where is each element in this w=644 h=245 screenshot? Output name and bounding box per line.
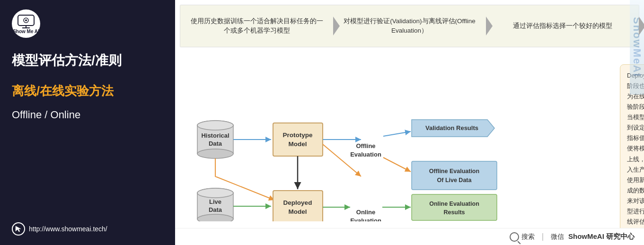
svg-text:Of Live Data: Of Live Data	[437, 177, 472, 184]
svg-text:Offline: Offline	[356, 142, 375, 149]
sidebar-en: Offline / Online	[12, 109, 163, 121]
svg-point-8	[197, 149, 233, 158]
search-icon	[510, 232, 519, 242]
svg-line-35	[383, 131, 411, 136]
svg-text:Model: Model	[289, 208, 307, 215]
diagram-area: Historical Data Live Data	[175, 51, 644, 244]
svg-marker-5	[16, 226, 21, 232]
banner-step-2: 对模型进行验证(Validation)与离线评估(Offline Evaluat…	[333, 5, 486, 47]
watermark-right: ShowMeAI	[630, 0, 644, 95]
sidebar-subtitle: 离线/在线实验方法	[12, 83, 163, 99]
svg-rect-45	[412, 194, 497, 220]
sidebar-header: Show Me AI	[12, 9, 163, 38]
svg-point-14	[197, 214, 233, 221]
footer-url[interactable]: http://www.showmeai.tech/	[29, 225, 107, 233]
svg-text:Live: Live	[209, 198, 221, 205]
svg-text:Offline Evaluation: Offline Evaluation	[429, 168, 479, 175]
svg-text:Data: Data	[209, 140, 222, 147]
side-note-text: Deployed阶段也称为在线实验阶段，当模型达到设定的指标值时便将模型上线，投…	[627, 72, 644, 225]
svg-point-15	[197, 188, 233, 198]
main-content: 使用历史数据训练一个适合解决目标任务的一个或多个机器学习模型 对模型进行验证(V…	[175, 0, 644, 245]
banner-step-3: 通过评估指标选择一个较好的模型	[486, 5, 639, 47]
footer-wechat-label: 微信	[551, 233, 564, 241]
svg-line-36	[383, 158, 411, 172]
svg-line-31	[323, 144, 361, 176]
footer-search-label: 搜索	[521, 233, 535, 241]
svg-text:Results: Results	[443, 209, 465, 216]
footer-divider: ｜	[539, 232, 547, 242]
diagram-svg-wrap: Historical Data Live Data	[180, 53, 615, 228]
svg-text:Online Evaluation: Online Evaluation	[429, 201, 479, 207]
logo-circle: Show Me AI	[12, 9, 40, 38]
footer-brand: ShowMeAI 研究中心	[568, 232, 635, 241]
svg-text:Prototype: Prototype	[282, 131, 312, 139]
svg-text:Data: Data	[209, 206, 222, 213]
svg-point-9	[197, 121, 233, 130]
logo-text: Show Me AI	[13, 29, 39, 34]
top-banner: 使用历史数据训练一个适合解决目标任务的一个或多个机器学习模型 对模型进行验证(V…	[180, 5, 639, 47]
sidebar-title: 模型评估方法/准则	[12, 52, 163, 69]
main-footer: 搜索 ｜ 微信 ShowMeAI 研究中心	[175, 228, 644, 245]
svg-text:Deployed: Deployed	[283, 199, 312, 206]
svg-point-2	[25, 19, 27, 21]
svg-text:Historical: Historical	[201, 132, 229, 139]
svg-text:Evaluation: Evaluation	[350, 151, 381, 158]
diagram-svg: Historical Data Live Data	[180, 53, 615, 221]
svg-rect-24	[273, 123, 323, 156]
svg-text:Online: Online	[356, 209, 375, 216]
banner-step-1: 使用历史数据训练一个适合解决目标任务的一个或多个机器学习模型	[180, 5, 333, 47]
sidebar: Show Me AI 模型评估方法/准则 离线/在线实验方法 Offline /…	[0, 0, 175, 245]
svg-text:Evaluation: Evaluation	[350, 217, 381, 221]
cursor-icon	[12, 222, 25, 236]
sidebar-footer: http://www.showmeai.tech/	[12, 213, 163, 236]
svg-text:Model: Model	[289, 140, 307, 148]
svg-text:Validation Results: Validation Results	[425, 124, 478, 131]
logo-icon	[17, 14, 35, 29]
svg-rect-38	[412, 161, 497, 190]
